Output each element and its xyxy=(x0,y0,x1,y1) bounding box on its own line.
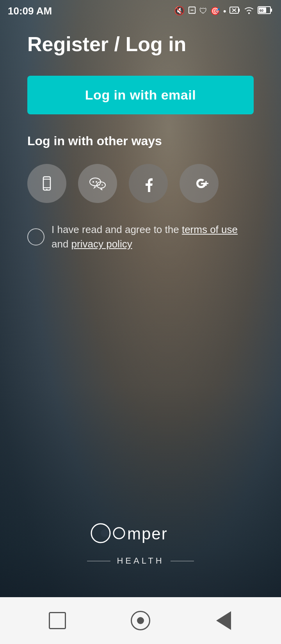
phone-login-button[interactable] xyxy=(27,164,66,203)
facebook-icon xyxy=(142,175,154,192)
terms-of-use-link[interactable]: terms of use xyxy=(182,224,238,235)
terms-text: I have read and agree to the terms of us… xyxy=(52,222,254,251)
nav-home-inner xyxy=(137,617,144,624)
svg-text:mper: mper xyxy=(127,525,168,543)
svg-point-19 xyxy=(99,185,100,186)
svg-rect-3 xyxy=(238,9,240,12)
svg-point-6 xyxy=(248,12,250,14)
terms-row: I have read and agree to the terms of us… xyxy=(27,222,254,251)
status-time: 10:09 AM xyxy=(8,5,52,17)
svg-point-14 xyxy=(46,189,48,190)
bottom-brand: mper HEALTH xyxy=(0,519,281,566)
nav-back-icon xyxy=(216,611,231,630)
other-ways-label: Log in with other ways xyxy=(27,134,254,148)
notification-icon xyxy=(188,6,196,16)
main-content: Register / Log in Log in with email Log … xyxy=(0,20,281,251)
svg-point-25 xyxy=(114,528,124,539)
nav-home-button[interactable] xyxy=(127,607,154,634)
brand-health-row: HEALTH xyxy=(87,556,194,566)
comper-logo-svg: mper xyxy=(90,519,191,547)
svg-point-20 xyxy=(102,185,103,186)
nav-back-button[interactable] xyxy=(210,607,237,634)
svg-point-24 xyxy=(101,529,108,537)
wechat-login-button[interactable] xyxy=(78,164,117,203)
googleplus-login-button[interactable] xyxy=(180,164,219,203)
facebook-login-button[interactable] xyxy=(129,164,168,203)
nav-home-icon xyxy=(131,611,150,630)
status-icons: 🔇 🛡 🎯 ● xyxy=(174,6,273,16)
googleplus-icon xyxy=(189,176,209,190)
login-email-button[interactable]: Log in with email xyxy=(27,76,254,114)
shield-icon: 🛡 xyxy=(199,7,207,16)
terms-checkbox[interactable] xyxy=(27,228,44,246)
brand-logo: mper xyxy=(90,519,191,552)
svg-point-17 xyxy=(96,181,97,183)
battery-x-icon xyxy=(229,6,240,16)
nav-recent-button[interactable] xyxy=(44,607,71,634)
brand-line-right xyxy=(171,561,194,561)
svg-text:60: 60 xyxy=(260,9,263,12)
dot-icon: ● xyxy=(223,8,226,14)
nav-recent-icon xyxy=(49,612,66,629)
wifi-icon xyxy=(244,6,254,16)
svg-point-16 xyxy=(92,181,94,183)
brand-line-left xyxy=(87,561,110,561)
mute-icon: 🔇 xyxy=(174,6,185,16)
status-bar: 10:09 AM 🔇 🛡 🎯 ● xyxy=(0,0,281,20)
brand-subtitle: HEALTH xyxy=(117,556,164,566)
battery-icon: 60 xyxy=(258,6,273,16)
nav-bar xyxy=(0,597,281,644)
page-title: Register / Log in xyxy=(27,32,254,56)
wechat-icon xyxy=(89,176,107,191)
privacy-policy-link[interactable]: privacy policy xyxy=(71,238,132,250)
svg-rect-8 xyxy=(270,9,272,12)
location-icon: 🎯 xyxy=(210,6,220,16)
social-buttons-container xyxy=(27,164,254,203)
phone-icon xyxy=(39,175,55,192)
